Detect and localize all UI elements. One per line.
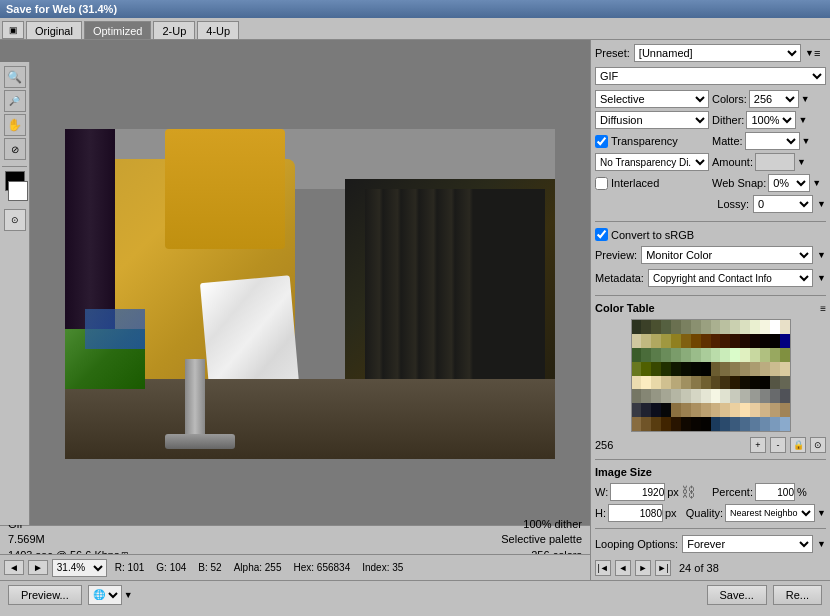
- percent-input[interactable]: [755, 483, 795, 501]
- color-cell[interactable]: [730, 320, 740, 334]
- looping-select[interactable]: Forever Once: [682, 535, 813, 553]
- color-cell[interactable]: [632, 334, 642, 348]
- color-cell[interactable]: [671, 348, 681, 362]
- color-cell[interactable]: [711, 389, 721, 403]
- colors-expand-icon[interactable]: ▼: [801, 94, 810, 104]
- preset-select[interactable]: [Unnamed]: [634, 44, 801, 62]
- add-color-btn[interactable]: +: [750, 437, 766, 453]
- color-table-menu-icon[interactable]: ≡: [820, 303, 826, 314]
- panel-options-icon[interactable]: ≡: [814, 47, 826, 59]
- preview-toggle[interactable]: ⊙: [4, 209, 26, 231]
- color-cell[interactable]: [711, 403, 721, 417]
- color-cell[interactable]: [651, 376, 661, 390]
- amount-input[interactable]: [755, 153, 795, 171]
- transparency-checkbox[interactable]: [595, 135, 608, 148]
- convert-srgb-checkbox[interactable]: [595, 228, 608, 241]
- color-cell[interactable]: [651, 403, 661, 417]
- color-cell[interactable]: [740, 376, 750, 390]
- next-anim-btn[interactable]: ►|: [655, 560, 671, 576]
- reduction-select[interactable]: Selective Perceptual Adaptive: [595, 90, 709, 108]
- play-btn[interactable]: ►: [635, 560, 651, 576]
- color-cell[interactable]: [681, 376, 691, 390]
- prev-frame-btn[interactable]: ◄: [4, 560, 24, 575]
- reset-btn[interactable]: Re...: [773, 585, 822, 605]
- color-cell[interactable]: [701, 334, 711, 348]
- browser-select[interactable]: 🌐: [88, 585, 122, 605]
- dither-select[interactable]: Diffusion Pattern Noise No Dither: [595, 111, 709, 129]
- dither-expand-icon[interactable]: ▼: [798, 115, 807, 125]
- color-cell[interactable]: [711, 320, 721, 334]
- color-cell[interactable]: [691, 320, 701, 334]
- color-cell[interactable]: [691, 362, 701, 376]
- color-cell[interactable]: [760, 348, 770, 362]
- preset-menu-icon[interactable]: ▼: [805, 48, 814, 58]
- color-cell[interactable]: [701, 376, 711, 390]
- color-cell[interactable]: [671, 417, 681, 431]
- hand-tool[interactable]: ✋: [4, 114, 26, 136]
- color-cell[interactable]: [651, 362, 661, 376]
- no-transparency-select[interactable]: No Transparency Di...: [595, 153, 709, 171]
- tab-2up[interactable]: 2-Up: [153, 21, 195, 39]
- color-cell[interactable]: [671, 403, 681, 417]
- convert-srgb-label[interactable]: Convert to sRGB: [595, 228, 694, 241]
- color-cell[interactable]: [720, 417, 730, 431]
- tab-optimized[interactable]: Optimized: [84, 21, 152, 39]
- color-cell[interactable]: [750, 389, 760, 403]
- preview-btn[interactable]: Preview...: [8, 585, 82, 605]
- color-cell[interactable]: [720, 403, 730, 417]
- color-cell[interactable]: [770, 403, 780, 417]
- color-cell[interactable]: [632, 376, 642, 390]
- color-cell[interactable]: [750, 417, 760, 431]
- prev-anim-btn[interactable]: ◄: [615, 560, 631, 576]
- preview-expand-icon[interactable]: ▼: [817, 250, 826, 260]
- eyedropper-tool[interactable]: ⊘: [4, 138, 26, 160]
- color-cell[interactable]: [770, 320, 780, 334]
- save-btn[interactable]: Save...: [707, 585, 767, 605]
- color-cell[interactable]: [750, 362, 760, 376]
- color-cell[interactable]: [681, 417, 691, 431]
- height-input[interactable]: 1080: [608, 504, 663, 522]
- color-cell[interactable]: [651, 334, 661, 348]
- color-cell[interactable]: [701, 348, 711, 362]
- color-cell[interactable]: [681, 389, 691, 403]
- color-cell[interactable]: [760, 417, 770, 431]
- format-select[interactable]: GIF JPEG PNG-8 PNG-24 WBMP: [595, 67, 826, 85]
- color-cell[interactable]: [750, 320, 760, 334]
- preview-select[interactable]: Monitor Color: [641, 246, 813, 264]
- color-cell[interactable]: [770, 348, 780, 362]
- tab-original[interactable]: Original: [26, 21, 82, 39]
- transparency-label[interactable]: Transparency: [595, 135, 709, 148]
- color-cell[interactable]: [740, 389, 750, 403]
- color-cell[interactable]: [770, 334, 780, 348]
- color-cell[interactable]: [780, 362, 790, 376]
- color-cell[interactable]: [740, 320, 750, 334]
- color-cell[interactable]: [740, 417, 750, 431]
- color-cell[interactable]: [750, 334, 760, 348]
- delete-color-btn[interactable]: -: [770, 437, 786, 453]
- color-cell[interactable]: [681, 348, 691, 362]
- color-cell[interactable]: [681, 334, 691, 348]
- dither-pct-select[interactable]: 100%: [746, 111, 796, 129]
- color-cell[interactable]: [760, 362, 770, 376]
- color-cell[interactable]: [641, 376, 651, 390]
- first-frame-btn[interactable]: |◄: [595, 560, 611, 576]
- quality-select[interactable]: Nearest Neighbor Bilinear Bicubic: [725, 504, 815, 522]
- color-cell[interactable]: [671, 389, 681, 403]
- color-cell[interactable]: [661, 362, 671, 376]
- tab-4up[interactable]: 4-Up: [197, 21, 239, 39]
- color-cell[interactable]: [760, 334, 770, 348]
- color-cell[interactable]: [711, 348, 721, 362]
- color-cell[interactable]: [720, 334, 730, 348]
- color-cell[interactable]: [760, 376, 770, 390]
- lock-color-btn[interactable]: 🔒: [790, 437, 806, 453]
- color-cell[interactable]: [641, 334, 651, 348]
- color-cell[interactable]: [780, 348, 790, 362]
- matte-expand-icon[interactable]: ▼: [802, 136, 811, 146]
- color-cell[interactable]: [730, 389, 740, 403]
- color-cell[interactable]: [711, 376, 721, 390]
- colors-select[interactable]: 256 128 64: [749, 90, 799, 108]
- color-cell[interactable]: [681, 362, 691, 376]
- color-cell[interactable]: [711, 334, 721, 348]
- color-cell[interactable]: [770, 362, 780, 376]
- color-cell[interactable]: [720, 320, 730, 334]
